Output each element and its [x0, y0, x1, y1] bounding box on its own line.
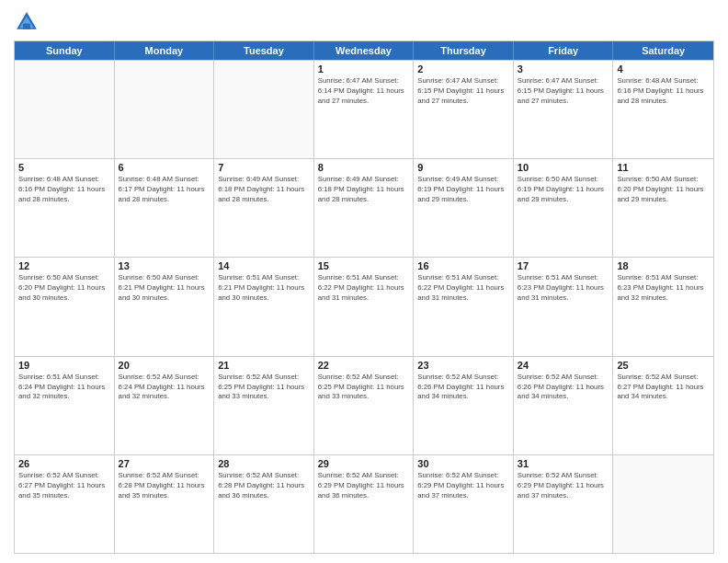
logo: [14, 9, 43, 35]
logo-icon: [14, 9, 40, 35]
cell-day-number: 23: [417, 360, 509, 371]
cell-info-text: Sunrise: 6:49 AM Sunset: 6:19 PM Dayligh…: [417, 175, 509, 205]
cell-day-number: 17: [518, 260, 609, 271]
cell-info-text: Sunrise: 6:51 AM Sunset: 6:24 PM Dayligh…: [18, 373, 110, 403]
calendar-cell: 24Sunrise: 6:52 AM Sunset: 6:26 PM Dayli…: [514, 357, 614, 454]
svg-rect-2: [23, 24, 30, 29]
calendar-cell: [613, 455, 713, 553]
cell-day-number: 11: [617, 162, 710, 173]
calendar-cell: 22Sunrise: 6:52 AM Sunset: 6:25 PM Dayli…: [314, 357, 415, 454]
cell-info-text: Sunrise: 6:52 AM Sunset: 6:26 PM Dayligh…: [518, 373, 609, 403]
calendar-cell: 30Sunrise: 6:52 AM Sunset: 6:29 PM Dayli…: [414, 455, 514, 553]
calendar-cell: 25Sunrise: 6:52 AM Sunset: 6:27 PM Dayli…: [613, 357, 713, 454]
calendar-cell: 31Sunrise: 6:52 AM Sunset: 6:29 PM Dayli…: [514, 455, 614, 553]
calendar-cell: 27Sunrise: 6:52 AM Sunset: 6:28 PM Dayli…: [115, 455, 215, 553]
calendar-cell: 13Sunrise: 6:50 AM Sunset: 6:21 PM Dayli…: [115, 258, 215, 355]
calendar-cell: [115, 61, 215, 158]
cell-day-number: 14: [218, 260, 310, 271]
cell-info-text: Sunrise: 6:48 AM Sunset: 6:16 PM Dayligh…: [18, 175, 110, 205]
calendar-cell: 14Sunrise: 6:51 AM Sunset: 6:21 PM Dayli…: [214, 258, 314, 355]
calendar-cell: 18Sunrise: 6:51 AM Sunset: 6:23 PM Dayli…: [613, 258, 713, 355]
cell-day-number: 5: [18, 162, 110, 173]
cell-info-text: Sunrise: 6:47 AM Sunset: 6:14 PM Dayligh…: [318, 76, 410, 107]
cell-info-text: Sunrise: 6:52 AM Sunset: 6:24 PM Dayligh…: [119, 373, 210, 403]
calendar-cell: 4Sunrise: 6:48 AM Sunset: 6:16 PM Daylig…: [613, 61, 713, 158]
cell-day-number: 29: [318, 458, 410, 469]
cell-day-number: 3: [518, 63, 609, 75]
calendar-week-2: 5Sunrise: 6:48 AM Sunset: 6:16 PM Daylig…: [15, 158, 713, 257]
calendar-cell: 23Sunrise: 6:52 AM Sunset: 6:26 PM Dayli…: [414, 357, 514, 454]
calendar-cell: 9Sunrise: 6:49 AM Sunset: 6:19 PM Daylig…: [414, 159, 514, 257]
calendar-cell: 5Sunrise: 6:48 AM Sunset: 6:16 PM Daylig…: [15, 159, 115, 257]
cell-info-text: Sunrise: 6:52 AM Sunset: 6:28 PM Dayligh…: [119, 471, 210, 501]
cell-day-number: 20: [119, 360, 210, 371]
cell-day-number: 8: [318, 162, 410, 173]
cell-day-number: 16: [417, 260, 509, 271]
cell-info-text: Sunrise: 6:49 AM Sunset: 6:18 PM Dayligh…: [318, 175, 410, 205]
cell-info-text: Sunrise: 6:52 AM Sunset: 6:27 PM Dayligh…: [617, 373, 710, 403]
calendar-header-row: SundayMondayTuesdayWednesdayThursdayFrid…: [15, 41, 713, 60]
calendar-week-3: 12Sunrise: 6:50 AM Sunset: 6:20 PM Dayli…: [15, 257, 713, 355]
calendar-cell: 10Sunrise: 6:50 AM Sunset: 6:19 PM Dayli…: [514, 159, 614, 257]
cell-info-text: Sunrise: 6:48 AM Sunset: 6:17 PM Dayligh…: [119, 175, 210, 205]
cell-day-number: 13: [119, 260, 210, 271]
calendar-cell: 6Sunrise: 6:48 AM Sunset: 6:17 PM Daylig…: [115, 159, 215, 257]
calendar-cell: 29Sunrise: 6:52 AM Sunset: 6:29 PM Dayli…: [314, 455, 415, 553]
weekday-header-friday: Friday: [514, 41, 614, 60]
cell-day-number: 27: [119, 458, 210, 469]
cell-day-number: 26: [18, 458, 110, 469]
weekday-header-sunday: Sunday: [15, 41, 115, 60]
cell-info-text: Sunrise: 6:50 AM Sunset: 6:20 PM Dayligh…: [617, 175, 710, 205]
cell-info-text: Sunrise: 6:52 AM Sunset: 6:28 PM Dayligh…: [218, 471, 310, 501]
calendar-cell: 19Sunrise: 6:51 AM Sunset: 6:24 PM Dayli…: [15, 357, 115, 454]
calendar-cell: [214, 61, 314, 158]
cell-info-text: Sunrise: 6:47 AM Sunset: 6:15 PM Dayligh…: [518, 76, 609, 107]
calendar-cell: 7Sunrise: 6:49 AM Sunset: 6:18 PM Daylig…: [214, 159, 314, 257]
weekday-header-monday: Monday: [115, 41, 215, 60]
cell-day-number: 25: [617, 360, 710, 371]
cell-day-number: 6: [119, 162, 210, 173]
calendar: SundayMondayTuesdayWednesdayThursdayFrid…: [14, 40, 714, 554]
cell-info-text: Sunrise: 6:52 AM Sunset: 6:29 PM Dayligh…: [318, 471, 410, 501]
calendar-cell: 20Sunrise: 6:52 AM Sunset: 6:24 PM Dayli…: [115, 357, 215, 454]
cell-info-text: Sunrise: 6:52 AM Sunset: 6:25 PM Dayligh…: [218, 373, 310, 403]
calendar-week-4: 19Sunrise: 6:51 AM Sunset: 6:24 PM Dayli…: [15, 356, 713, 454]
calendar-cell: 2Sunrise: 6:47 AM Sunset: 6:15 PM Daylig…: [414, 61, 514, 158]
calendar-cell: 8Sunrise: 6:49 AM Sunset: 6:18 PM Daylig…: [314, 159, 415, 257]
page: SundayMondayTuesdayWednesdayThursdayFrid…: [0, 0, 728, 563]
cell-info-text: Sunrise: 6:51 AM Sunset: 6:22 PM Dayligh…: [417, 273, 509, 304]
cell-info-text: Sunrise: 6:52 AM Sunset: 6:29 PM Dayligh…: [518, 471, 609, 501]
cell-day-number: 30: [417, 458, 509, 469]
weekday-header-tuesday: Tuesday: [214, 41, 314, 60]
cell-day-number: 22: [318, 360, 410, 371]
cell-info-text: Sunrise: 6:49 AM Sunset: 6:18 PM Dayligh…: [218, 175, 310, 205]
calendar-cell: 16Sunrise: 6:51 AM Sunset: 6:22 PM Dayli…: [414, 258, 514, 355]
cell-day-number: 1: [318, 63, 410, 75]
cell-info-text: Sunrise: 6:51 AM Sunset: 6:23 PM Dayligh…: [617, 273, 710, 304]
cell-info-text: Sunrise: 6:48 AM Sunset: 6:16 PM Dayligh…: [617, 76, 710, 107]
calendar-cell: 15Sunrise: 6:51 AM Sunset: 6:22 PM Dayli…: [314, 258, 415, 355]
cell-day-number: 10: [518, 162, 609, 173]
calendar-cell: 12Sunrise: 6:50 AM Sunset: 6:20 PM Dayli…: [15, 258, 115, 355]
calendar-cell: 3Sunrise: 6:47 AM Sunset: 6:15 PM Daylig…: [514, 61, 614, 158]
header: [14, 9, 714, 35]
calendar-cell: 28Sunrise: 6:52 AM Sunset: 6:28 PM Dayli…: [214, 455, 314, 553]
cell-day-number: 4: [617, 63, 710, 75]
calendar-cell: 26Sunrise: 6:52 AM Sunset: 6:27 PM Dayli…: [15, 455, 115, 553]
cell-info-text: Sunrise: 6:52 AM Sunset: 6:26 PM Dayligh…: [417, 373, 509, 403]
calendar-week-1: 1Sunrise: 6:47 AM Sunset: 6:14 PM Daylig…: [15, 60, 713, 158]
calendar-cell: 1Sunrise: 6:47 AM Sunset: 6:14 PM Daylig…: [314, 61, 415, 158]
cell-day-number: 15: [318, 260, 410, 271]
cell-day-number: 19: [18, 360, 110, 371]
cell-info-text: Sunrise: 6:50 AM Sunset: 6:21 PM Dayligh…: [119, 273, 210, 304]
cell-day-number: 28: [218, 458, 310, 469]
weekday-header-thursday: Thursday: [414, 41, 514, 60]
calendar-body: 1Sunrise: 6:47 AM Sunset: 6:14 PM Daylig…: [15, 60, 713, 553]
weekday-header-wednesday: Wednesday: [314, 41, 415, 60]
cell-info-text: Sunrise: 6:51 AM Sunset: 6:23 PM Dayligh…: [518, 273, 609, 304]
calendar-cell: 11Sunrise: 6:50 AM Sunset: 6:20 PM Dayli…: [613, 159, 713, 257]
calendar-cell: [15, 61, 115, 158]
cell-day-number: 21: [218, 360, 310, 371]
calendar-cell: 21Sunrise: 6:52 AM Sunset: 6:25 PM Dayli…: [214, 357, 314, 454]
cell-day-number: 9: [417, 162, 509, 173]
